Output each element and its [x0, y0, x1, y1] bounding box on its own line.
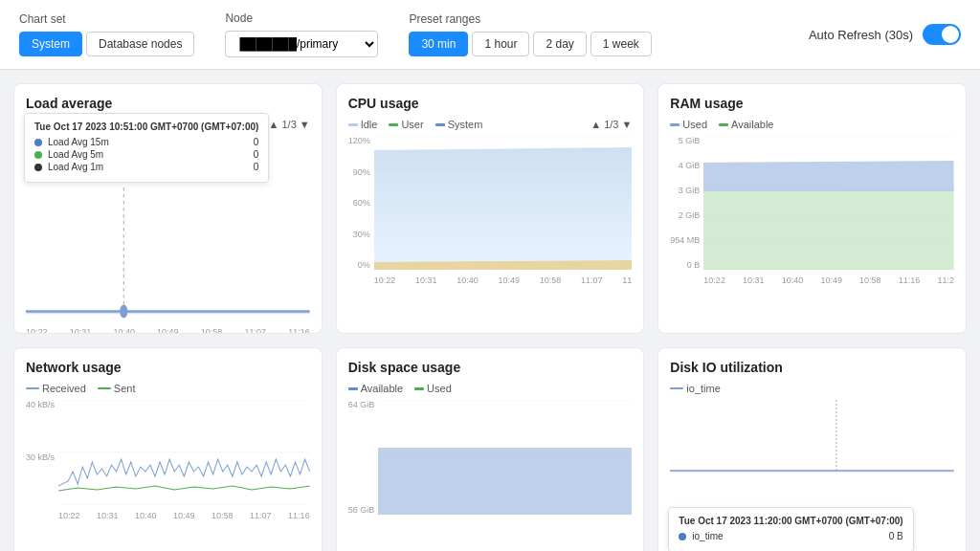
disk-io-chart — [670, 400, 954, 476]
nav-up-icon: ▲ — [269, 119, 279, 130]
legend-available: Available — [719, 119, 773, 130]
network-usage-card: Network usage Received Sent 40 kB/s 30 k… — [13, 347, 323, 551]
tooltip-title: Tue Oct 17 2023 10:51:00 GMT+0700 (GMT+0… — [34, 121, 258, 132]
tooltip-value-0: 0 — [254, 137, 259, 147]
chart-set-group: Chart set System Database nodes — [19, 12, 194, 56]
cpu-legend: Idle User System ▲ 1/3 ▼ — [348, 119, 633, 130]
legend-dot-disk-used — [414, 387, 424, 390]
cpu-chart: 10:2210:3110:4010:4910:5811:0711 — [374, 136, 633, 270]
cpu-x-labels: 10:2210:3110:4010:4910:5811:0711 — [374, 276, 633, 285]
network-legend: Received Sent — [26, 383, 310, 394]
charts-grid: Load average Load Avg 15m ▲ 1/3 ▼ Tue Oc… — [0, 70, 980, 551]
preset-ranges-group: Preset ranges 30 min 1 hour 2 day 1 week — [409, 12, 651, 56]
disk-io-tooltip-row: io_time 0 B — [679, 531, 902, 541]
svg-marker-24 — [378, 448, 632, 515]
node-group: Node ███████/primary — [225, 11, 378, 57]
ram-chart-wrapper: 5 GiB4 GiB3 GiB2 GiB954 MB0 B 10:2210:3 — [670, 136, 954, 270]
tooltip-label-2: Load Avg 1m — [48, 162, 248, 172]
tooltip-dot-0 — [34, 139, 42, 146]
disk-space-title: Disk space usage — [348, 360, 633, 375]
auto-refresh-group: Auto Refresh (30s) — [809, 24, 961, 45]
auto-refresh-label: Auto Refresh (30s) — [809, 28, 913, 42]
cpu-nav-down: ▼ — [621, 119, 632, 130]
preset-1week-button[interactable]: 1 week — [590, 32, 652, 56]
legend-dot-used — [670, 123, 679, 126]
tooltip-row-1: Load Avg 5m 0 — [34, 149, 258, 160]
load-avg-chart: 10:2210:3110:4010:4910:5811:0711:16 — [26, 187, 310, 321]
svg-point-2 — [120, 305, 127, 319]
load-avg-tooltip: Tue Oct 17 2023 10:51:00 GMT+0700 (GMT+0… — [24, 113, 269, 183]
legend-dot-io-time — [670, 387, 683, 389]
preset-30min-button[interactable]: 30 min — [409, 32, 468, 56]
legend-label-io-time: io_time — [686, 383, 720, 394]
legend-dot-idle — [348, 123, 358, 126]
legend-label-disk-used: Used — [427, 383, 452, 394]
tooltip-value-2: 0 — [254, 162, 259, 172]
legend-system: System — [435, 119, 483, 130]
node-label: Node — [225, 11, 378, 25]
legend-label-sent: Sent — [114, 383, 136, 394]
svg-marker-16 — [703, 188, 954, 270]
auto-refresh-toggle[interactable] — [923, 24, 961, 45]
chart-set-system-button[interactable]: System — [19, 32, 82, 56]
disk-y-labels: 64 GiB 56 GiB — [348, 400, 379, 515]
legend-received: Received — [26, 383, 86, 394]
cpu-usage-card: CPU usage Idle User System ▲ 1/3 — [336, 83, 645, 334]
disk-io-tooltip-label: io_time — [692, 531, 882, 541]
cpu-y-labels: 120%90%60%30%0% — [348, 136, 374, 270]
disk-io-tooltip: Tue Oct 17 2023 11:20:00 GMT+0700 (GMT+0… — [668, 507, 913, 551]
legend-disk-available: Available — [348, 383, 403, 394]
preset-2day-button[interactable]: 2 day — [533, 32, 586, 56]
tooltip-value-1: 0 — [254, 149, 259, 160]
legend-used: Used — [670, 119, 707, 130]
network-usage-title: Network usage — [26, 360, 310, 375]
network-x-labels: 10:2210:3110:4010:4910:5811:0711:16 — [58, 511, 310, 520]
legend-idle: Idle — [348, 119, 378, 130]
load-average-card: Load average Load Avg 15m ▲ 1/3 ▼ Tue Oc… — [13, 83, 323, 334]
legend-dot-user — [389, 123, 398, 126]
tooltip-dot-1 — [34, 151, 42, 159]
cpu-nav-up: ▲ — [590, 119, 601, 130]
legend-label-system: System — [448, 119, 483, 130]
preset-1hour-button[interactable]: 1 hour — [472, 32, 529, 56]
tooltip-row-0: Load Avg 15m 0 — [34, 137, 258, 147]
tooltip-label-0: Load Avg 15m — [48, 137, 248, 147]
network-chart: 10:2210:3110:4010:4910:5811:0711:16 — [58, 400, 310, 505]
legend-label-disk-available: Available — [361, 383, 403, 394]
svg-marker-17 — [703, 161, 954, 191]
load-avg-nav: ▲ 1/3 ▼ — [269, 119, 310, 130]
disk-space-card: Disk space usage Available Used 64 GiB 5… — [336, 347, 645, 551]
legend-label-used: Used — [682, 119, 707, 130]
legend-dot-sent — [98, 387, 111, 389]
load-avg-x-labels: 10:2210:3110:4010:4910:5811:0711:16 — [26, 327, 310, 334]
legend-io-time: io_time — [670, 383, 720, 394]
legend-dot-available — [719, 123, 728, 126]
node-select[interactable]: ███████/primary — [225, 31, 378, 57]
nav-down-icon: ▼ — [300, 119, 310, 130]
cpu-nav: ▲ 1/3 ▼ — [590, 119, 632, 130]
disk-io-title: Disk IO utilization — [670, 360, 954, 375]
legend-label-idle: Idle — [361, 119, 378, 130]
chart-set-database-button[interactable]: Database nodes — [86, 32, 194, 56]
preset-ranges-label: Preset ranges — [409, 12, 651, 26]
tooltip-row-2: Load Avg 1m 0 — [34, 162, 258, 172]
legend-disk-used: Used — [414, 383, 452, 394]
cpu-usage-title: CPU usage — [348, 96, 633, 111]
ram-usage-title: RAM usage — [670, 96, 954, 111]
legend-label-available: Available — [731, 119, 773, 130]
ram-chart: 10:2210:3110:4010:4910:5811:1611:2 — [703, 136, 954, 270]
disk-io-legend: io_time — [670, 383, 954, 394]
ram-legend: Used Available — [670, 119, 954, 130]
legend-label-user: User — [401, 119, 423, 130]
legend-label-received: Received — [42, 383, 86, 394]
disk-space-chart-wrapper: 64 GiB 56 GiB — [348, 400, 633, 515]
disk-io-tooltip-title: Tue Oct 17 2023 11:20:00 GMT+0700 (GMT+0… — [679, 516, 902, 526]
legend-sent: Sent — [98, 383, 136, 394]
cpu-nav-counter: 1/3 — [604, 119, 618, 130]
network-y-labels: 40 kB/s 30 kB/s — [26, 400, 58, 505]
preset-range-buttons: 30 min 1 hour 2 day 1 week — [409, 32, 651, 56]
cpu-chart-wrapper: 120%90%60%30%0% — [348, 136, 633, 270]
svg-marker-8 — [374, 147, 633, 270]
nav-counter: 1/3 — [281, 119, 296, 130]
legend-dot-system — [435, 123, 445, 126]
